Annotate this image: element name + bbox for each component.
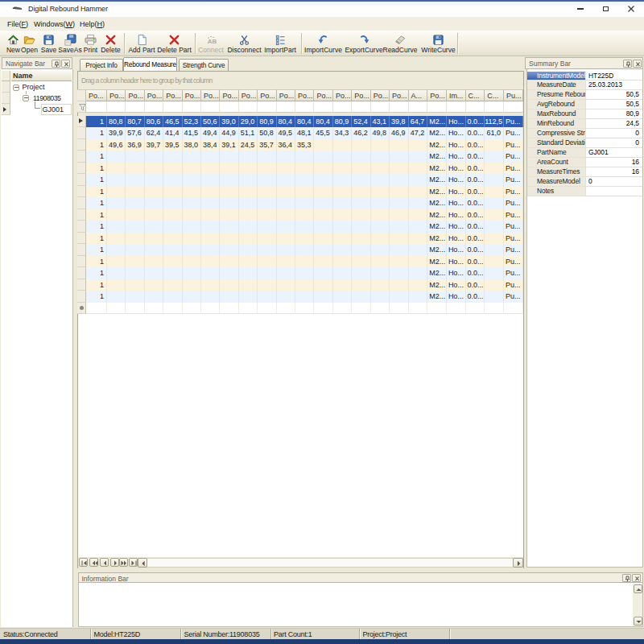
svg-text:AB: AB (207, 38, 217, 45)
